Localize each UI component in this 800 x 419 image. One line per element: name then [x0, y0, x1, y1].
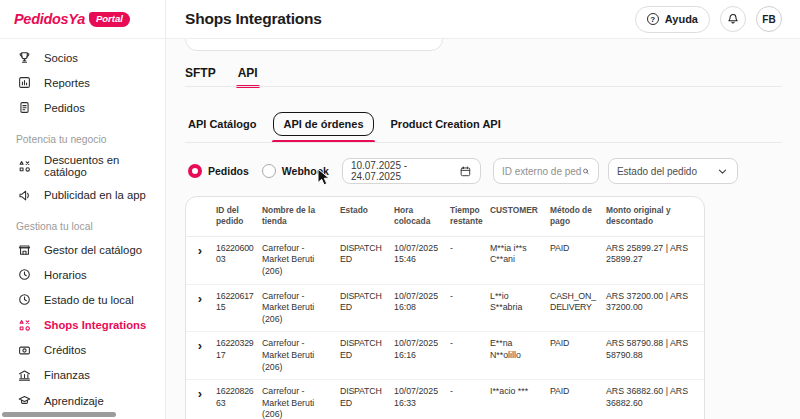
column-header-metodo-de-pago: Método de pago [548, 197, 604, 236]
sidebar-item-pedidos[interactable]: Pedidos [0, 95, 165, 120]
brand-logo-text: PedidosYa [14, 11, 85, 27]
radio-pedidos[interactable]: Pedidos [188, 164, 249, 178]
cell-payment: PAID [548, 380, 604, 419]
expand-cell[interactable]: › [186, 285, 214, 332]
subtab-product-creation-api[interactable]: Product Creation API [391, 118, 501, 130]
sidebar-item-label: Finanzas [44, 369, 90, 381]
notifications-button[interactable] [720, 6, 746, 32]
topbar: Shops Integrations ? Ayuda FB [166, 0, 800, 39]
column-header-tiempo-restante: Tiempo restante [448, 197, 488, 236]
page-title: Shops Integrations [185, 10, 322, 28]
question-icon: ? [647, 13, 659, 25]
tab-sftp[interactable]: SFTP [185, 66, 216, 87]
cell-id: 1622082663 [214, 380, 260, 419]
cell-status: DISPATCHED [338, 332, 392, 379]
header-spacer [186, 197, 214, 236]
subtab-api-de-ordenes[interactable]: API de órdenes [273, 112, 373, 136]
sidebar-item-socios[interactable]: Socios [0, 45, 165, 70]
radio-pedidos-dot [188, 164, 202, 178]
credit-card-icon [16, 342, 32, 358]
orders-table-body: ›1622060003Carrefour - Market Beruti (20… [186, 237, 704, 419]
column-header-id-del-pedido: ID del pedido [214, 197, 260, 236]
table-row[interactable]: ›1622032917Carrefour - Market Beruti (20… [186, 332, 704, 380]
clock-icon [16, 267, 32, 283]
sidebar-item-finanzas[interactable]: Finanzas [0, 363, 165, 388]
bar-chart-icon [16, 75, 32, 91]
graduation-cap-icon [16, 393, 32, 409]
avatar[interactable]: FB [756, 6, 782, 32]
sidebar-item-gestor-del-catalogo[interactable]: Gestor del catálogo [0, 237, 165, 262]
sidebar-item-shops-integrations[interactable]: Shops Integrations [0, 313, 165, 338]
table-row[interactable]: ›1622082663Carrefour - Market Beruti (20… [186, 380, 704, 419]
table-row[interactable]: ›1622061715Carrefour - Market Beruti (20… [186, 285, 704, 333]
cell-placed: 10/07/2025 15:46 [392, 237, 448, 284]
bell-icon [726, 12, 740, 26]
orders-table: ID del pedidoNombre de la tiendaEstadoHo… [185, 196, 705, 419]
sidebar-item-reportes[interactable]: Reportes [0, 70, 165, 95]
app-window: PedidosYa Portal SociosReportesPedidosPo… [0, 0, 800, 419]
sidebar-item-creditos[interactable]: Créditos [0, 338, 165, 363]
cell-amount: ARS 58790.88 | ARS 58790.88 [604, 332, 704, 379]
help-button[interactable]: ? Ayuda [635, 6, 710, 33]
column-header-monto-original-y-descontado: Monto original y descontado [604, 197, 704, 236]
expand-cell[interactable]: › [186, 380, 214, 419]
cell-remaining: - [448, 380, 488, 419]
brand-logo[interactable]: PedidosYa Portal [0, 0, 165, 39]
collapsed-info-card [185, 39, 443, 51]
expand-chevron-icon[interactable]: › [198, 387, 202, 400]
expand-chevron-icon[interactable]: › [198, 339, 202, 352]
orders-table-header: ID del pedidoNombre de la tiendaEstadoHo… [186, 197, 704, 237]
cell-amount: ARS 25899.27 | ARS 25899.27 [604, 237, 704, 284]
cell-payment: CASH_ON_DELIVERY [548, 285, 604, 332]
sidebar-section-label: Potencia tu negocio [0, 121, 165, 150]
sidebar-item-label: Gestor del catálogo [44, 244, 142, 256]
cell-id: 1622061715 [214, 285, 260, 332]
tab-api[interactable]: API [238, 66, 258, 87]
clock-icon [16, 292, 32, 308]
order-status-select-value: Estado del pedido [617, 166, 697, 177]
column-header-nombre-de-la-tienda: Nombre de la tienda [260, 197, 338, 236]
topbar-actions: ? Ayuda FB [635, 6, 782, 33]
sidebar-item-label: Horarios [44, 269, 87, 281]
radio-webhook[interactable]: Webhook [262, 164, 329, 178]
expand-cell[interactable]: › [186, 237, 214, 284]
sidebar: PedidosYa Portal SociosReportesPedidosPo… [0, 0, 166, 419]
order-status-select[interactable]: Estado del pedido [608, 158, 738, 184]
sidebar-item-label: Reportes [44, 77, 90, 89]
expand-cell[interactable]: › [186, 332, 214, 379]
radio-label: Pedidos [208, 165, 249, 177]
main-content: SFTPAPI API CatálogoAPI de órdenesProduc… [166, 39, 800, 419]
sidebar-item-horarios[interactable]: Horarios [0, 262, 165, 287]
table-row[interactable]: ›1622060003Carrefour - Market Beruti (20… [186, 237, 704, 285]
orders-icon [16, 100, 32, 116]
radio-label: Webhook [282, 165, 329, 177]
date-range-value: 10.07.2025 - 24.07.2025 [351, 160, 459, 182]
storefront-icon [16, 242, 32, 258]
subtab-api-catalogo[interactable]: API Catálogo [188, 118, 256, 130]
tabs-divider [185, 86, 782, 87]
sidebar-item-estado-de-tu-local[interactable]: Estado de tu local [0, 287, 165, 312]
cell-remaining: - [448, 332, 488, 379]
cell-status: DISPATCHED [338, 380, 392, 419]
sidebar-section-label: Gestiona tu local [0, 208, 165, 237]
expand-chevron-icon[interactable]: › [198, 292, 202, 305]
shapes-icon [16, 317, 32, 333]
date-range-picker[interactable]: 10.07.2025 - 24.07.2025 [342, 158, 481, 184]
column-header-hora-colocada: Hora colocada [392, 197, 448, 236]
sidebar-item-publicidad-en-la-app[interactable]: Publicidad en la app [0, 183, 165, 208]
api-subtabs: API CatálogoAPI de órdenesProduct Creati… [188, 111, 501, 137]
sidebar-item-aprendizaje[interactable]: Aprendizaje [0, 388, 165, 413]
sidebar-item-descuentos-en-catalogo[interactable]: Descuentos en catálogo [0, 150, 165, 183]
horizontal-scrollbar-thumb[interactable] [2, 412, 116, 417]
search-icon[interactable] [582, 165, 590, 178]
cell-placed: 10/07/2025 16:33 [392, 380, 448, 419]
trophy-icon [16, 50, 32, 66]
cell-remaining: - [448, 237, 488, 284]
search-input[interactable] [502, 166, 582, 177]
cell-customer: I**acio *** [488, 380, 548, 419]
cell-store: Carrefour - Market Beruti (206) [260, 285, 338, 332]
expand-chevron-icon[interactable]: › [198, 244, 202, 257]
megaphone-icon [16, 187, 32, 203]
bank-icon [16, 367, 32, 383]
column-header-estado: Estado [338, 197, 392, 236]
